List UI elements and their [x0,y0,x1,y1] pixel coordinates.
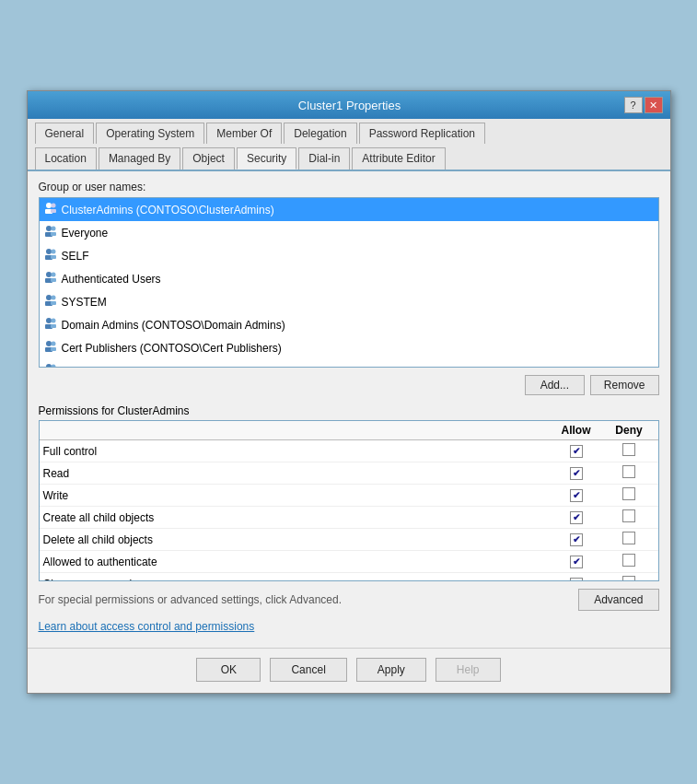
ok-button[interactable]: OK [196,658,261,682]
svg-point-10 [51,250,55,254]
group-item[interactable]: Authenticated Users [40,267,658,290]
add-remove-row: Add... Remove [39,375,659,395]
perm-deny-checkbox[interactable] [604,487,655,503]
learn-link[interactable]: Learn about access control and permissio… [39,620,659,633]
perm-row: Change password✔ [40,573,658,581]
allow-checkbox-inner[interactable]: ✔ [570,445,583,458]
group-icon [43,316,58,333]
tab-object[interactable]: Object [182,147,235,170]
svg-rect-11 [51,255,56,259]
group-item[interactable]: ClusterAdmins (CONTOSO\ClusterAdmins) [40,198,658,221]
tab-security[interactable]: Security [237,147,296,170]
perm-allow-checkbox[interactable]: ✔ [549,510,604,524]
deny-checkbox-inner[interactable] [622,443,635,456]
perm-allow-checkbox[interactable]: ✔ [549,532,604,546]
title-bar: Cluster1 Properties ? ✕ [28,91,670,119]
svg-point-4 [46,226,52,231]
perm-row: Create all child objects✔ [40,507,658,529]
group-item[interactable]: Domain Admins (CONTOSO\Domain Admins) [40,313,658,336]
allow-checkbox-inner[interactable]: ✔ [570,533,583,546]
svg-point-0 [46,203,52,208]
group-item[interactable]: SYSTEM [40,290,658,313]
tab-member-of[interactable]: Member Of [206,123,282,144]
tab-managed-by[interactable]: Managed By [99,147,180,170]
advanced-row: For special permissions or advanced sett… [39,589,659,611]
perm-allow-checkbox[interactable]: ✔ [549,488,604,502]
group-item-label: Enterprise Admins (CONTOSO\Enterprise Ad… [62,365,310,369]
add-button[interactable]: Add... [525,375,585,395]
advanced-button[interactable]: Advanced [578,589,658,611]
tab-operating-system[interactable]: Operating System [96,123,204,144]
group-icon [43,339,58,357]
perm-deny-checkbox[interactable] [604,554,655,569]
svg-rect-15 [51,278,56,282]
group-item[interactable]: Everyone [40,221,658,244]
perm-row: Full control✔ [40,440,658,462]
group-list[interactable]: ClusterAdmins (CONTOSO\ClusterAdmins) Ev… [39,197,659,368]
perm-allow-checkbox[interactable]: ✔ [549,577,604,581]
group-item-label: Cert Publishers (CONTOSO\Cert Publishers… [62,342,282,355]
perm-row: Write✔ [40,485,658,507]
deny-checkbox-inner[interactable] [622,487,635,500]
allow-checkbox-inner[interactable]: ✔ [570,489,583,502]
allow-checkbox-inner[interactable]: ✔ [570,578,583,581]
perm-deny-checkbox[interactable] [604,465,655,481]
permissions-list[interactable]: Allow Deny Full control✔Read✔Write✔Creat… [39,420,659,581]
tab-attribute-editor[interactable]: Attribute Editor [352,147,445,170]
perm-allow-checkbox[interactable]: ✔ [549,466,604,480]
deny-checkbox-inner[interactable] [622,576,635,581]
deny-checkbox-inner[interactable] [622,554,635,567]
allow-checkbox-inner[interactable]: ✔ [570,511,583,524]
svg-point-30 [51,365,55,369]
svg-point-8 [46,249,52,254]
perm-row: Allowed to authenticate✔ [40,551,658,573]
group-icon [43,362,58,368]
tab-delegation[interactable]: Delegation [284,123,356,144]
group-item-label: Authenticated Users [62,273,161,286]
perm-deny-checkbox[interactable] [604,443,655,459]
advanced-text: For special permissions or advanced sett… [39,593,343,606]
deny-checkbox-inner[interactable] [622,465,635,478]
tab-dial-in[interactable]: Dial-in [298,147,350,170]
group-item-label: SYSTEM [62,296,107,309]
svg-rect-3 [51,209,56,213]
group-item[interactable]: Enterprise Admins (CONTOSO\Enterprise Ad… [40,359,658,368]
group-item[interactable]: Cert Publishers (CONTOSO\Cert Publishers… [40,336,658,359]
deny-checkbox-inner[interactable] [622,532,635,544]
help-button[interactable]: ? [624,97,643,113]
allow-checkbox-inner[interactable]: ✔ [570,556,583,568]
svg-point-12 [46,272,52,277]
svg-rect-7 [51,232,56,236]
perm-name-cell: Full control [43,445,549,458]
svg-point-14 [51,273,55,277]
perm-row: Read✔ [40,462,658,485]
perm-deny-checkbox[interactable] [604,576,655,581]
svg-point-18 [51,296,55,300]
tab-location[interactable]: Location [35,147,97,170]
deny-checkbox-inner[interactable] [622,509,635,522]
perm-name-cell: Create all child objects [43,511,549,524]
tab-password-replication[interactable]: Password Replication [359,123,485,144]
perm-deny-checkbox[interactable] [604,509,655,525]
close-button[interactable]: ✕ [645,97,663,113]
svg-point-26 [51,342,55,346]
perm-name-cell: Delete all child objects [43,533,549,546]
group-item-label: Domain Admins (CONTOSO\Domain Admins) [62,319,285,332]
perm-allow-checkbox[interactable]: ✔ [549,444,604,458]
group-item[interactable]: SELF [40,244,658,267]
apply-button[interactable]: Apply [356,658,426,682]
tab-row-1: General Operating System Member Of Deleg… [28,119,670,144]
group-icon [43,247,58,264]
svg-point-16 [46,295,52,300]
perm-allow-checkbox[interactable]: ✔ [549,555,604,568]
svg-rect-23 [51,324,56,328]
remove-button[interactable]: Remove [590,375,659,395]
tab-general[interactable]: General [35,123,95,144]
allow-checkbox-inner[interactable]: ✔ [570,467,583,480]
perm-deny-checkbox[interactable] [604,532,655,547]
footer: OK Cancel Apply Help [28,648,670,693]
cancel-button[interactable]: Cancel [270,658,346,682]
window-title: Cluster1 Properties [76,99,624,112]
perm-row: Delete all child objects✔ [40,529,658,551]
help-footer-button[interactable]: Help [436,658,501,682]
